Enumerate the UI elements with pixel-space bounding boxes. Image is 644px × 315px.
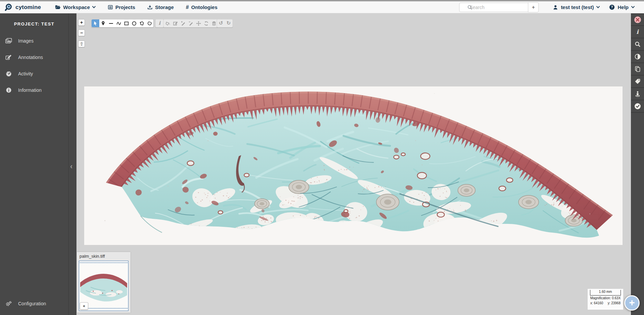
point-tool[interactable] (99, 19, 107, 27)
tag-icon (635, 78, 641, 84)
sidebar-item-label: Activity (18, 71, 33, 76)
folder-open-icon (55, 5, 61, 10)
scalebar-overlay: 1.60 mm Magnification: 0.63X x: 64160 y:… (588, 289, 623, 310)
polygon-tool[interactable] (138, 19, 146, 27)
overview-thumbnail[interactable]: « (79, 261, 128, 311)
check-circle-icon (634, 103, 641, 110)
slide-filename: palm_skin.tiff (77, 252, 130, 260)
rectangle-tool[interactable] (122, 19, 130, 27)
user-menu[interactable]: test test (test) (548, 4, 604, 10)
nav-projects[interactable]: Projects (102, 1, 141, 13)
cytomine-logo[interactable]: cytomine (5, 3, 41, 12)
close-panel-button[interactable] (631, 13, 644, 26)
navbar: cytomine Workspace Projects Stora (0, 1, 644, 13)
position-person-icon (635, 91, 641, 97)
panel-layers-button[interactable] (631, 63, 644, 75)
add-fab-button[interactable]: + (624, 295, 640, 311)
pencil-minus-icon (188, 21, 194, 26)
sidebar-item-configuration[interactable]: Configuration (0, 295, 68, 312)
activity-gauge-icon (5, 71, 12, 77)
nav-projects-label: Projects (115, 4, 135, 10)
help-label: Help (618, 4, 629, 10)
move-arrows-icon (196, 21, 201, 26)
panel-contrast-button[interactable] (631, 51, 644, 63)
sidebar-item-label: Annotations (18, 55, 43, 60)
images-icon (5, 38, 12, 44)
cursor-y-label: y: 23968 (608, 301, 621, 305)
info-tool[interactable]: i (156, 19, 163, 27)
zoom-in-button[interactable]: + (78, 19, 85, 26)
info-icon: i (159, 21, 161, 26)
edit-tool[interactable] (171, 19, 179, 27)
sidebar-item-images[interactable]: Images (0, 33, 68, 49)
map-marker-icon (101, 21, 106, 26)
overview-panel: palm_skin.tiff « (77, 252, 130, 313)
chevron-down-icon (92, 6, 96, 8)
draw-tools-group (91, 19, 154, 27)
paint-bucket-icon (165, 21, 170, 26)
sidebar-item-label: Configuration (18, 301, 46, 306)
fill-tool[interactable] (164, 19, 171, 27)
nav-storage[interactable]: Storage (142, 1, 179, 13)
sidebar-item-annotations[interactable]: Annotations (0, 49, 68, 65)
user-label: test test (test) (561, 4, 594, 10)
right-tool-panel: i (631, 13, 644, 315)
chevron-left-icon: ‹ (70, 162, 72, 171)
search-icon (635, 41, 641, 47)
rectangle-icon (124, 21, 129, 26)
history-group: ↺ ↻ (217, 19, 233, 27)
sidebar-item-label: Information (18, 87, 42, 93)
magnifier-eye-logo-icon (5, 3, 13, 12)
info-circle-icon (5, 87, 12, 93)
freehand-line-tool[interactable] (115, 19, 122, 27)
select-tool[interactable] (92, 19, 99, 27)
zoom-out-button[interactable]: − (78, 29, 85, 36)
rotate-arrows-icon (204, 21, 209, 26)
sidebar-item-activity[interactable]: Activity (0, 65, 68, 82)
freehand-blob-icon (147, 21, 152, 26)
panel-tags-button[interactable] (631, 75, 644, 88)
question-circle-icon: ? (609, 4, 615, 10)
rotation-reset-button[interactable]: ⇧ (78, 41, 85, 47)
chevron-down-icon (596, 6, 600, 8)
circle-icon (131, 21, 137, 26)
panel-review-button[interactable] (631, 100, 644, 113)
overview-collapse-button[interactable]: « (80, 302, 88, 310)
gears-icon (5, 301, 12, 307)
polygon-icon (139, 21, 145, 26)
nav-ontologies-label: Ontologies (191, 4, 217, 10)
cursor-icon (93, 21, 98, 26)
panel-position-button[interactable] (631, 88, 644, 100)
slide-image[interactable] (84, 86, 623, 245)
help-menu[interactable]: ? Help (604, 4, 639, 10)
add-point-tool[interactable] (179, 19, 187, 27)
redo-button[interactable]: ↻ (225, 19, 232, 27)
user-icon (553, 5, 558, 10)
trash-icon (211, 21, 217, 26)
sidebar-collapse-strip[interactable]: ‹ (68, 13, 76, 315)
freehand-polygon-tool[interactable] (146, 19, 153, 27)
panel-search-button[interactable] (631, 38, 644, 51)
pencil-plus-icon (180, 21, 186, 26)
sidebar-item-information[interactable]: Information (0, 82, 68, 98)
panel-info-button[interactable]: i (631, 26, 644, 38)
project-sidebar: PROJECT: TEST Images Annotations Activit… (0, 13, 68, 315)
projects-list-icon (108, 5, 113, 10)
magnification-label: Magnification: 0.63X (588, 296, 623, 300)
undo-button[interactable]: ↺ (217, 19, 225, 27)
move-tool[interactable] (195, 19, 202, 27)
nav-storage-label: Storage (155, 4, 174, 10)
remove-point-tool[interactable] (187, 19, 195, 27)
image-viewer[interactable]: + − ⇧ (76, 13, 631, 315)
rotate-tool[interactable] (202, 19, 210, 27)
info-tool-group: i (155, 19, 164, 27)
info-icon: i (636, 28, 638, 35)
line-tool[interactable] (107, 19, 115, 27)
close-icon (634, 16, 641, 23)
nav-workspace[interactable]: Workspace (50, 1, 101, 13)
chevron-down-icon (631, 6, 635, 8)
nav-ontologies[interactable]: # Ontologies (180, 1, 223, 13)
svg-text:?: ? (611, 5, 613, 9)
ellipse-tool[interactable] (130, 19, 138, 27)
add-button[interactable]: + (528, 2, 539, 12)
